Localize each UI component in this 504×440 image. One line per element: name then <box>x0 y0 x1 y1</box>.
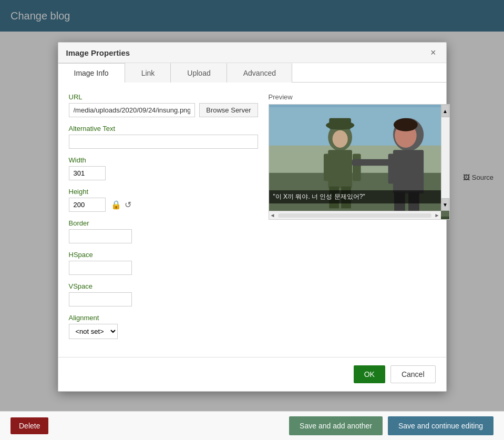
height-label: Height <box>69 188 258 196</box>
modal-body: URL Browse Server Alternative Text Width <box>58 83 446 357</box>
lock-icon[interactable]: 🔒 <box>111 200 121 210</box>
width-label: Width <box>69 156 258 164</box>
modal-header: Image Properties × <box>58 43 446 63</box>
modal-close-button[interactable]: × <box>428 48 438 57</box>
tab-link[interactable]: Link <box>125 63 171 83</box>
modal-tabs: Image Info Link Upload Advanced <box>58 63 446 83</box>
tab-upload[interactable]: Upload <box>171 63 227 83</box>
modal-title: Image Properties <box>66 48 130 57</box>
tab-image-info[interactable]: Image Info <box>58 63 125 83</box>
width-row <box>69 166 258 180</box>
border-group: Border <box>69 219 258 243</box>
border-label: Border <box>69 219 258 227</box>
vspace-label: VSpace <box>69 282 258 290</box>
browse-server-button[interactable]: Browse Server <box>199 103 258 117</box>
preview-scrollbar-vertical[interactable]: ▲ ▼ <box>441 105 449 211</box>
svg-point-11 <box>332 130 347 148</box>
preview-scrollbar-horizontal[interactable]: ◄ ► <box>269 211 441 219</box>
alt-text-label: Alternative Text <box>69 125 258 132</box>
alt-text-input[interactable] <box>69 135 258 149</box>
url-row: Browse Server <box>69 103 258 117</box>
height-group: Height 🔒 ↺ <box>69 188 258 212</box>
reset-icon[interactable]: ↺ <box>125 200 131 210</box>
vspace-input[interactable] <box>69 292 132 306</box>
modal-footer: OK Cancel <box>58 357 446 391</box>
delete-button[interactable]: Delete <box>11 417 48 434</box>
scroll-up-arrow[interactable]: ▲ <box>441 105 449 117</box>
bottom-actions: Save and add another Save and continue e… <box>289 416 493 435</box>
tab-advanced[interactable]: Advanced <box>227 63 292 83</box>
alt-text-group: Alternative Text <box>69 125 258 149</box>
preview-image: "이 X끼 뭐야. 너 인성 문제있어?" <box>269 105 449 219</box>
save-continue-button[interactable]: Save and continue editing <box>388 416 493 435</box>
border-input[interactable] <box>69 229 132 243</box>
hspace-label: HSpace <box>69 251 258 259</box>
alignment-select[interactable]: <not set> Left Center Right <box>69 324 118 339</box>
svg-rect-6 <box>353 154 361 181</box>
svg-rect-5 <box>323 154 332 181</box>
scroll-down-arrow[interactable]: ▼ <box>441 198 449 211</box>
height-row: 🔒 ↺ <box>69 198 258 212</box>
url-label: URL <box>69 93 258 101</box>
height-input[interactable] <box>69 198 106 212</box>
svg-point-19 <box>393 118 417 131</box>
scroll-left-arrow[interactable]: ◄ <box>269 212 276 218</box>
width-input[interactable] <box>69 166 106 180</box>
bottom-bar: Delete Save and add another Save and con… <box>0 411 504 440</box>
save-add-button[interactable]: Save and add another <box>289 416 383 435</box>
scroll-right-arrow[interactable]: ► <box>434 212 441 218</box>
hspace-group: HSpace <box>69 251 258 275</box>
left-panel: URL Browse Server Alternative Text Width <box>69 93 258 346</box>
svg-rect-13 <box>393 150 423 193</box>
image-properties-modal: Image Properties × Image Info Link Uploa… <box>58 42 447 392</box>
lock-icons: 🔒 ↺ <box>111 200 131 210</box>
hspace-input[interactable] <box>69 261 132 275</box>
preview-label: Preview <box>269 93 450 101</box>
width-group: Width <box>69 156 258 180</box>
subtitle-bar: "이 X끼 뭐야. 너 인성 문제있어?" <box>269 190 449 203</box>
alignment-label: Alignment <box>69 314 258 322</box>
svg-rect-15 <box>352 159 389 166</box>
scroll-track <box>278 213 431 218</box>
url-group: URL Browse Server <box>69 93 258 117</box>
url-input[interactable] <box>69 103 196 117</box>
preview-container: "이 X끼 뭐야. 너 인성 문제있어?" ▲ ▼ ◄ ► <box>269 104 450 220</box>
subtitle-text: "이 X끼 뭐야. 너 인성 문제있어?" <box>273 193 365 200</box>
svg-rect-14 <box>388 154 397 183</box>
svg-rect-10 <box>329 118 351 129</box>
cancel-button[interactable]: Cancel <box>390 365 436 383</box>
vspace-group: VSpace <box>69 282 258 306</box>
alignment-group: Alignment <not set> Left Center Right <box>69 314 258 339</box>
ok-button[interactable]: OK <box>354 365 385 383</box>
modal-overlay: Image Properties × Image Info Link Uploa… <box>0 0 504 440</box>
right-panel: Preview <box>269 93 450 346</box>
